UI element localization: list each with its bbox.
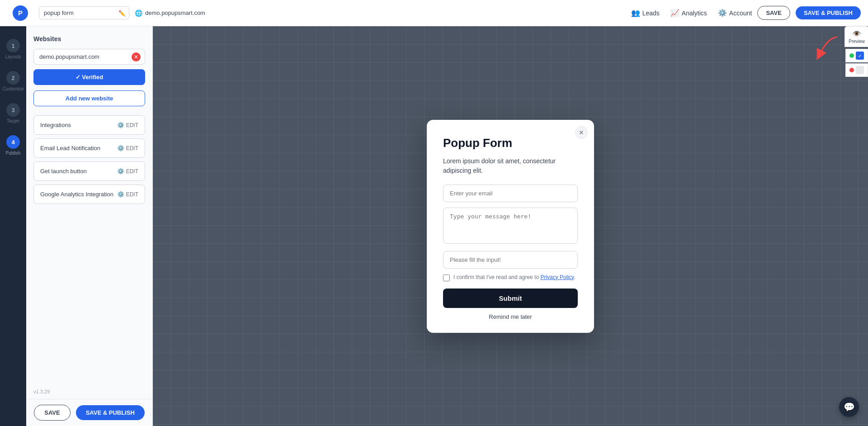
step-customize[interactable]: 2 Customize bbox=[0, 67, 26, 95]
integration-label-google-analytics: Google Analytics Integration bbox=[40, 191, 113, 198]
gear-icon-google-analytics: ⚙️ bbox=[117, 191, 124, 198]
step-2-circle: 2 bbox=[6, 71, 20, 85]
right-panel: 👁️ Preview ✓ bbox=[845, 26, 868, 71]
save-publish-button[interactable]: SAVE & PUBLISH bbox=[796, 6, 861, 19]
step-4-label: Publish bbox=[6, 151, 21, 156]
arrow-annotation bbox=[806, 33, 842, 71]
step-2-label: Customize bbox=[2, 86, 24, 91]
gear-icon-get-launch: ⚙️ bbox=[117, 168, 124, 175]
app-logo[interactable]: P bbox=[13, 5, 28, 21]
popup-privacy-label: I confirm that I've read and agree to Pr… bbox=[453, 274, 576, 280]
websites-title: Websites bbox=[33, 35, 145, 43]
nav-analytics-label: Analytics bbox=[682, 9, 707, 17]
step-3-circle: 3 bbox=[6, 103, 20, 117]
preview-label: Preview bbox=[849, 39, 865, 44]
step-target[interactable]: 3 Target bbox=[0, 99, 26, 127]
app-name-input[interactable] bbox=[39, 6, 129, 19]
header: P ✏️ 🌐 demo.popupsmart.com 👥 Leads 📈 Ana… bbox=[0, 0, 868, 26]
red-toggle-dot bbox=[849, 68, 854, 72]
integration-edit-email-lead[interactable]: ⚙️ EDIT bbox=[117, 145, 138, 151]
account-icon: ⚙️ bbox=[718, 9, 727, 17]
toggle-check[interactable]: ✓ bbox=[856, 52, 864, 60]
step-1-circle: 1 bbox=[6, 39, 20, 52]
nav-account[interactable]: ⚙️ Account bbox=[718, 9, 752, 17]
toggle-row-1: ✓ bbox=[845, 49, 868, 62]
toggle-empty bbox=[856, 66, 864, 74]
privacy-policy-link[interactable]: Privacy Policy bbox=[540, 274, 574, 280]
popup-fill-input[interactable] bbox=[443, 251, 578, 269]
edit-text-email-lead: EDIT bbox=[126, 145, 138, 151]
preview-button[interactable]: 👁️ Preview bbox=[844, 26, 868, 47]
chat-widget-button[interactable]: 💬 bbox=[839, 397, 859, 417]
popup-email-input[interactable] bbox=[443, 185, 578, 202]
edit-text-google-analytics: EDIT bbox=[126, 191, 138, 198]
popup-remind-link[interactable]: Remind me later bbox=[443, 313, 578, 320]
integration-item-google-analytics[interactable]: Google Analytics Integration ⚙️ EDIT bbox=[33, 185, 145, 204]
step-4-circle: 4 bbox=[6, 135, 20, 149]
website-input-wrap: ✕ bbox=[33, 49, 145, 65]
popup-submit-button[interactable]: Submit bbox=[443, 289, 578, 308]
header-nav: 👥 Leads 📈 Analytics ⚙️ Account bbox=[631, 9, 752, 17]
nav-account-label: Account bbox=[729, 9, 752, 17]
leads-icon: 👥 bbox=[631, 9, 640, 17]
integration-edit-integrations[interactable]: ⚙️ EDIT bbox=[117, 122, 138, 128]
panel-content: Websites ✕ ✓ Verified Add new website In… bbox=[26, 26, 152, 426]
step-3-label: Target bbox=[7, 118, 19, 123]
nav-leads[interactable]: 👥 Leads bbox=[631, 9, 660, 17]
popup-close-button[interactable]: ✕ bbox=[575, 126, 588, 139]
popup-description: Lorem ipsum dolor sit amet, consectetur … bbox=[443, 156, 578, 175]
edit-icon: ✏️ bbox=[118, 9, 126, 16]
integration-edit-google-analytics[interactable]: ⚙️ EDIT bbox=[117, 191, 138, 198]
integration-label-email-lead: Email Lead Notification bbox=[40, 145, 100, 151]
chat-icon: 💬 bbox=[844, 402, 855, 412]
integration-label-get-launch: Get launch button bbox=[40, 168, 87, 175]
step-publish[interactable]: 4 Publish bbox=[0, 132, 26, 159]
gear-icon-email-lead: ⚙️ bbox=[117, 145, 124, 151]
add-website-button[interactable]: Add new website bbox=[33, 90, 145, 106]
step-1-label: Layouts bbox=[5, 54, 21, 59]
edit-text-integrations: EDIT bbox=[126, 122, 138, 128]
website-url-input[interactable] bbox=[33, 49, 145, 65]
bottom-save-publish-button[interactable]: SAVE & PUBLISH bbox=[76, 405, 145, 420]
popup-privacy-row: I confirm that I've read and agree to Pr… bbox=[443, 274, 578, 281]
save-button[interactable]: SAVE bbox=[757, 6, 790, 20]
nav-leads-label: Leads bbox=[642, 9, 660, 17]
integration-edit-get-launch[interactable]: ⚙️ EDIT bbox=[117, 168, 138, 175]
app-name-wrap: ✏️ bbox=[39, 6, 129, 19]
integration-item-email-lead[interactable]: Email Lead Notification ⚙️ EDIT bbox=[33, 138, 145, 158]
popup-privacy-checkbox[interactable] bbox=[443, 275, 450, 281]
url-text: demo.popupsmart.com bbox=[145, 9, 205, 16]
verified-button[interactable]: ✓ Verified bbox=[33, 69, 145, 85]
eye-icon: 👁️ bbox=[852, 29, 861, 38]
analytics-icon: 📈 bbox=[670, 9, 679, 17]
popup-modal: ✕ Popup Form Lorem ipsum dolor sit amet,… bbox=[427, 120, 594, 333]
clear-website-button[interactable]: ✕ bbox=[132, 52, 141, 62]
integration-item-integrations[interactable]: Integrations ⚙️ EDIT bbox=[33, 115, 145, 135]
globe-icon: 🌐 bbox=[135, 9, 142, 17]
version-text: v1.3.29 bbox=[33, 389, 50, 394]
integration-item-get-launch[interactable]: Get launch button ⚙️ EDIT bbox=[33, 161, 145, 181]
popup-title: Popup Form bbox=[443, 136, 578, 150]
edit-text-get-launch: EDIT bbox=[126, 168, 138, 175]
popup-message-input[interactable] bbox=[443, 208, 578, 244]
integration-label-integrations: Integrations bbox=[40, 122, 71, 128]
step-layouts[interactable]: 1 Layouts bbox=[0, 35, 26, 63]
bottom-save-button[interactable]: SAVE bbox=[34, 405, 70, 421]
logo-area: P bbox=[7, 5, 33, 21]
gear-icon-integrations: ⚙️ bbox=[117, 122, 124, 128]
main-panel: Websites ✕ ✓ Verified Add new website In… bbox=[26, 26, 153, 426]
steps-sidebar: 1 Layouts 2 Customize 3 Target 4 Publish bbox=[0, 26, 26, 426]
canvas: ✕ Popup Form Lorem ipsum dolor sit amet,… bbox=[153, 26, 868, 426]
site-url: 🌐 demo.popupsmart.com bbox=[135, 9, 205, 17]
bottom-bar: SAVE SAVE & PUBLISH bbox=[26, 399, 152, 426]
nav-analytics[interactable]: 📈 Analytics bbox=[670, 9, 707, 17]
green-toggle-dot bbox=[849, 53, 854, 58]
toggle-row-2 bbox=[845, 63, 868, 77]
